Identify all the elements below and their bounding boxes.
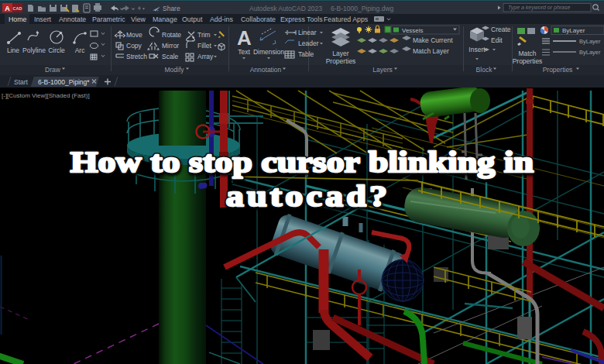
svg-text:Output: Output bbox=[182, 15, 203, 23]
svg-text:Arc: Arc bbox=[75, 46, 86, 54]
svg-text:Share: Share bbox=[163, 5, 180, 12]
svg-text:How to stop cursor blinking in: How to stop cursor blinking in bbox=[70, 145, 534, 178]
svg-text:Layers: Layers bbox=[372, 66, 393, 74]
svg-text:Leader: Leader bbox=[298, 39, 319, 47]
svg-text:Insert: Insert bbox=[468, 46, 486, 53]
svg-text:Match: Match bbox=[518, 50, 536, 57]
svg-text:Home: Home bbox=[9, 15, 27, 23]
svg-text:Text: Text bbox=[238, 48, 250, 56]
svg-text:ByLayer: ByLayer bbox=[579, 49, 601, 56]
svg-text:A: A bbox=[237, 26, 252, 50]
svg-text:Make Current: Make Current bbox=[413, 36, 453, 44]
svg-text:Manage: Manage bbox=[153, 15, 177, 23]
svg-text:Annotate: Annotate bbox=[59, 15, 86, 23]
svg-text:Start: Start bbox=[14, 78, 29, 86]
svg-text:Copy: Copy bbox=[126, 42, 142, 50]
svg-text:autocad?: autocad? bbox=[226, 179, 390, 212]
svg-text:Featured Apps: Featured Apps bbox=[324, 15, 369, 23]
svg-text:CAD: CAD bbox=[13, 6, 22, 11]
svg-text:Parametric: Parametric bbox=[92, 15, 125, 23]
svg-text:Array: Array bbox=[197, 53, 214, 60]
svg-text:Scale: Scale bbox=[162, 53, 179, 60]
svg-text:Create: Create bbox=[491, 26, 511, 33]
svg-text:Move: Move bbox=[126, 31, 142, 39]
svg-text:ByLayer: ByLayer bbox=[562, 27, 585, 34]
svg-text:Line: Line bbox=[7, 46, 19, 54]
svg-text:Properties: Properties bbox=[513, 57, 543, 65]
svg-text:Dimension: Dimension bbox=[253, 48, 284, 56]
svg-text:Edit: Edit bbox=[491, 36, 503, 44]
svg-text:Properties: Properties bbox=[326, 57, 356, 65]
svg-text:Stretch: Stretch bbox=[126, 53, 147, 60]
svg-text:Match Layer: Match Layer bbox=[413, 47, 449, 55]
svg-text:Insert: Insert bbox=[34, 15, 52, 23]
svg-text:Layer: Layer bbox=[332, 50, 348, 57]
svg-text:Fillet: Fillet bbox=[197, 42, 212, 50]
svg-text:Polyline: Polyline bbox=[22, 46, 46, 54]
svg-text:Block: Block bbox=[476, 66, 493, 74]
svg-text:Vessels: Vessels bbox=[402, 27, 424, 34]
svg-text:Circle: Circle bbox=[48, 46, 65, 54]
svg-text:Mirror: Mirror bbox=[162, 42, 179, 50]
svg-text:Type a keyword or phrase: Type a keyword or phrase bbox=[508, 5, 571, 11]
svg-text:ByLayer: ByLayer bbox=[579, 38, 601, 45]
svg-text:Table: Table bbox=[298, 50, 314, 58]
svg-text:Rotate: Rotate bbox=[162, 31, 181, 39]
svg-text:Express Tools: Express Tools bbox=[280, 15, 323, 23]
svg-text:Autodesk AutoCAD 2023: Autodesk AutoCAD 2023 bbox=[249, 5, 322, 12]
svg-text:Collaborate: Collaborate bbox=[241, 15, 276, 23]
svg-text:A: A bbox=[5, 5, 10, 12]
svg-text:Annotation: Annotation bbox=[250, 66, 282, 74]
svg-text:Trim: Trim bbox=[197, 31, 211, 39]
svg-text:Modify: Modify bbox=[164, 66, 184, 74]
svg-text:6-B-1000_Piping.dwg: 6-B-1000_Piping.dwg bbox=[331, 5, 394, 12]
svg-text:Properties: Properties bbox=[543, 66, 573, 74]
svg-text:Linear: Linear bbox=[298, 29, 317, 36]
svg-text:View: View bbox=[131, 15, 146, 23]
svg-text:6-B-1000_Piping*: 6-B-1000_Piping* bbox=[38, 78, 90, 86]
svg-text:Draw: Draw bbox=[45, 66, 61, 74]
svg-text:Add-ins: Add-ins bbox=[210, 15, 233, 23]
